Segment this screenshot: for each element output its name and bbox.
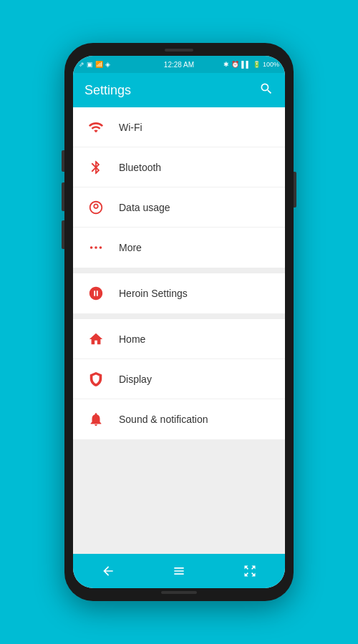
wifi-icon: [84, 116, 107, 139]
data-usage-label: Data usage: [119, 202, 170, 213]
volume-up-button: [62, 182, 64, 211]
battery-percent: 100%: [263, 61, 279, 68]
signal-icon: ▌▌: [241, 61, 251, 68]
bell-icon: [84, 408, 107, 431]
power-button: [62, 150, 64, 172]
app-bar: Settings: [73, 73, 285, 107]
more-item[interactable]: More: [73, 228, 285, 268]
recents-button[interactable]: [226, 558, 274, 584]
wifi-item[interactable]: Wi-Fi: [73, 107, 285, 147]
status-bar: ⇗ ▣ 📶 ◈ 12:28 AM ✱ ⏰ ▌▌ 🔋 100%: [73, 56, 285, 73]
home-item[interactable]: Home: [73, 319, 285, 359]
phone-device: ⇗ ▣ 📶 ◈ 12:28 AM ✱ ⏰ ▌▌ 🔋 100% Settings: [64, 43, 294, 601]
svg-point-1: [95, 246, 97, 249]
heroin-section: Heroin Settings: [73, 273, 285, 313]
svg-point-0: [90, 246, 93, 249]
sim-icon: 📶: [95, 61, 103, 68]
status-icons-left: ⇗ ▣ 📶 ◈: [79, 61, 110, 68]
wireless-section: Wi-Fi Bluetooth: [73, 107, 285, 268]
volume-down-button: [62, 220, 64, 249]
sound-item[interactable]: Sound & notification: [73, 399, 285, 439]
bottom-navigation: [73, 554, 285, 588]
back-button[interactable]: [84, 558, 132, 584]
sound-label: Sound & notification: [119, 414, 208, 425]
display-item[interactable]: Display: [73, 359, 285, 399]
unknown-icon: ◈: [105, 61, 110, 68]
heroin-icon: [84, 282, 107, 305]
bluetooth-status-icon: ✱: [223, 61, 229, 68]
battery-icon: 🔋: [253, 61, 261, 68]
bluetooth-item[interactable]: Bluetooth: [73, 147, 285, 187]
settings-content: Wi-Fi Bluetooth: [73, 107, 285, 554]
app-bar-title: Settings: [84, 83, 131, 98]
heroin-settings-item[interactable]: Heroin Settings: [73, 273, 285, 313]
more-label: More: [119, 242, 142, 253]
data-usage-item[interactable]: Data usage: [73, 187, 285, 228]
display-icon: [84, 368, 107, 391]
data-usage-icon: [84, 196, 107, 219]
display-label: Display: [119, 374, 152, 385]
status-time: 12:28 AM: [164, 61, 194, 69]
share-icon: ⇗: [79, 61, 84, 68]
bluetooth-label: Bluetooth: [119, 162, 161, 173]
more-dots-icon: [84, 236, 107, 259]
status-icons-right: ✱ ⏰ ▌▌ 🔋 100%: [223, 61, 279, 68]
personal-section: Home Display Sou: [73, 319, 285, 439]
search-button[interactable]: [259, 82, 274, 99]
wifi-label: Wi-Fi: [119, 122, 142, 133]
phone-screen: ⇗ ▣ 📶 ◈ 12:28 AM ✱ ⏰ ▌▌ 🔋 100% Settings: [73, 56, 285, 588]
home-label: Home: [119, 333, 145, 345]
home-icon: [84, 328, 107, 351]
volume-button: [294, 172, 296, 208]
home-nav-button[interactable]: [155, 558, 203, 584]
photo-icon: ▣: [87, 61, 93, 68]
bluetooth-icon: [84, 156, 107, 179]
heroin-settings-label: Heroin Settings: [119, 288, 188, 299]
svg-point-2: [100, 246, 102, 249]
alarm-icon: ⏰: [231, 61, 239, 68]
